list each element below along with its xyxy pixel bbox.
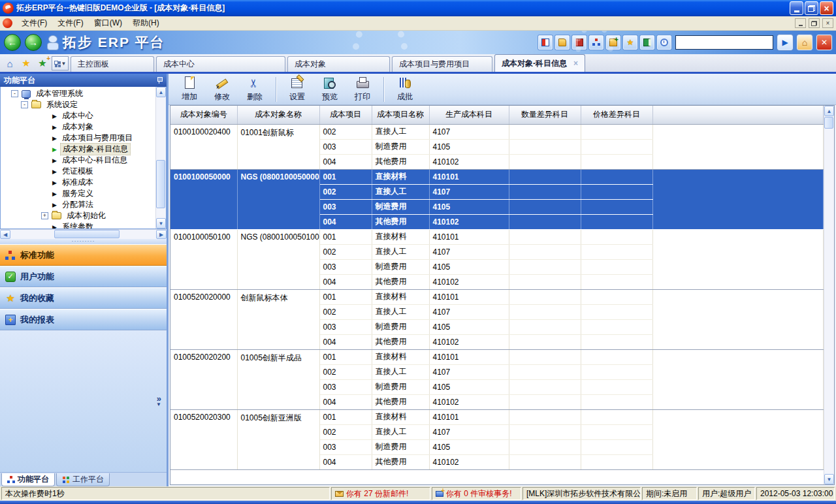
cell-qty-variance-account[interactable]: [509, 319, 581, 334]
cell-cost-object-code[interactable]: 0100100020400: [170, 124, 237, 169]
forward-button[interactable]: →: [25, 34, 42, 51]
restore-button[interactable]: [805, 1, 818, 15]
cell-cost-item-name[interactable]: 直接材料: [372, 349, 429, 364]
column-header-成本对象编号[interactable]: 成本对象编号: [170, 106, 237, 124]
cell-cost-item-name[interactable]: 直接人工: [372, 244, 429, 259]
cell-qty-variance-account[interactable]: [509, 289, 581, 304]
cell-cost-item-name[interactable]: 直接材料: [372, 409, 429, 424]
cell-cost-item-code[interactable]: 004: [319, 454, 372, 469]
scroll-thumb[interactable]: [54, 230, 120, 238]
favorites-icon[interactable]: ★: [623, 35, 637, 50]
cell-cost-item-name[interactable]: 直接人工: [372, 304, 429, 319]
cell-cost-item-code[interactable]: 001: [319, 349, 372, 364]
cell-price-variance-account[interactable]: [581, 394, 652, 409]
cell-cost-item-code[interactable]: 001: [319, 409, 372, 424]
cell-price-variance-account[interactable]: [581, 409, 652, 424]
cell-cost-item-code[interactable]: 003: [319, 379, 372, 394]
group-button-标准功能[interactable]: 标准功能: [0, 244, 167, 266]
search-input[interactable]: [675, 35, 773, 50]
column-header-成本对象名称[interactable]: 成本对象名称: [237, 106, 319, 124]
cell-production-account[interactable]: 4107: [429, 184, 509, 199]
home-icon[interactable]: ⌂: [3, 56, 17, 71]
删除-button[interactable]: 删除: [239, 75, 270, 104]
scroll-thumb[interactable]: [156, 160, 165, 208]
tree-horizontal-scrollbar[interactable]: ◀ ▶: [0, 229, 167, 239]
cell-price-variance-account[interactable]: [581, 229, 652, 244]
tree-item-凭证模板[interactable]: ▶凭证模板: [1, 166, 155, 177]
close-button[interactable]: ×: [820, 1, 833, 15]
cell-cost-item-name[interactable]: 直接材料: [372, 229, 429, 244]
cell-qty-variance-account[interactable]: [509, 229, 581, 244]
orgchart-icon[interactable]: [589, 35, 603, 50]
cell-cost-item-name[interactable]: 其他费用: [372, 454, 429, 469]
close-icon[interactable]: ×: [573, 59, 578, 68]
cell-cost-item-name[interactable]: 制造费用: [372, 259, 429, 274]
platform-tab-功能平台[interactable]: 功能平台: [1, 473, 55, 486]
cell-qty-variance-account[interactable]: [509, 394, 581, 409]
scroll-right-icon[interactable]: ▶: [156, 230, 167, 239]
cell-qty-variance-account[interactable]: [509, 154, 581, 169]
cell-cost-item-code[interactable]: 002: [319, 184, 372, 199]
tree-item-成本对象-科目信息[interactable]: ▶成本对象-科目信息: [1, 144, 155, 155]
cell-price-variance-account[interactable]: [581, 349, 652, 364]
cell-production-account[interactable]: 410102: [429, 454, 509, 469]
tab-成本对象[interactable]: 成本对象: [287, 56, 390, 72]
cell-qty-variance-account[interactable]: [509, 439, 581, 454]
cell-cost-object-code[interactable]: 0100100050000: [170, 169, 237, 229]
cell-cost-item-code[interactable]: 003: [319, 139, 372, 154]
cell-price-variance-account[interactable]: [581, 424, 652, 439]
cell-production-account[interactable]: 4107: [429, 124, 509, 139]
修改-button[interactable]: 修改: [206, 75, 238, 104]
go-button[interactable]: ▶: [777, 35, 793, 50]
mdi-minimize-button[interactable]: [795, 18, 806, 28]
cell-price-variance-account[interactable]: [581, 199, 652, 214]
scroll-down-icon[interactable]: ▼: [824, 474, 834, 484]
favorite-icon[interactable]: ★: [19, 56, 33, 71]
cell-cost-item-name[interactable]: 直接人工: [372, 124, 429, 139]
pin-icon[interactable]: [156, 76, 163, 84]
cell-production-account[interactable]: 4105: [429, 319, 509, 334]
cell-production-account[interactable]: 4105: [429, 199, 509, 214]
cell-price-variance-account[interactable]: [581, 289, 652, 304]
splitter-handle[interactable]: ·········: [0, 239, 167, 244]
cell-qty-variance-account[interactable]: [509, 184, 581, 199]
tree-item-成本管理系统[interactable]: -成本管理系统: [1, 88, 155, 99]
cell-cost-item-code[interactable]: 002: [319, 424, 372, 439]
add-favorite-icon[interactable]: ★: [35, 56, 50, 71]
cell-price-variance-account[interactable]: [581, 214, 652, 229]
tree-item-成本中心[interactable]: ▶成本中心: [1, 110, 155, 121]
tree-item-服务定义[interactable]: ▶服务定义: [1, 188, 155, 199]
增加-button[interactable]: 增加: [174, 75, 205, 104]
cell-qty-variance-account[interactable]: [509, 259, 581, 274]
cell-cost-item-name[interactable]: 其他费用: [372, 394, 429, 409]
cell-price-variance-account[interactable]: [581, 364, 652, 379]
cell-cost-item-code[interactable]: 004: [319, 394, 372, 409]
cell-price-variance-account[interactable]: [581, 154, 652, 169]
cell-cost-item-name[interactable]: 其他费用: [372, 334, 429, 349]
cell-cost-item-name[interactable]: 其他费用: [372, 154, 429, 169]
cell-qty-variance-account[interactable]: [509, 334, 581, 349]
cell-price-variance-account[interactable]: [581, 334, 652, 349]
tree-item-成本项目与费用项目[interactable]: ▶成本项目与费用项目: [1, 133, 155, 144]
collapse-icon[interactable]: -: [21, 101, 28, 108]
cell-cost-item-code[interactable]: 003: [319, 259, 372, 274]
tree-item-标准成本[interactable]: ▶标准成本: [1, 177, 155, 188]
cell-production-account[interactable]: 410102: [429, 214, 509, 229]
mdi-close-button[interactable]: ×: [822, 18, 833, 28]
minimize-button[interactable]: [790, 1, 803, 15]
cell-price-variance-account[interactable]: [581, 319, 652, 334]
cell-production-account[interactable]: 410102: [429, 274, 509, 289]
table-row[interactable]: 0100100050000NGS (0800100050000 )001直接材料…: [170, 169, 824, 184]
cell-production-account[interactable]: 4105: [429, 439, 509, 454]
cell-qty-variance-account[interactable]: [509, 274, 581, 289]
cell-cost-item-code[interactable]: 002: [319, 124, 372, 139]
tab-成本中心[interactable]: 成本中心: [156, 56, 285, 72]
cell-cost-object-name[interactable]: NGS (0800100050100 ): [237, 229, 319, 289]
column-header-成本项目名称[interactable]: 成本项目名称: [372, 106, 429, 124]
group-button-用户功能[interactable]: ✓用户功能: [0, 266, 167, 287]
scroll-up-icon[interactable]: ▲: [824, 106, 834, 116]
scroll-left-icon[interactable]: ◀: [0, 230, 10, 239]
menu-item-3[interactable]: 帮助(H): [127, 16, 165, 30]
tree-item-分配算法[interactable]: ▶分配算法: [1, 199, 155, 210]
contacts-icon[interactable]: [640, 35, 654, 50]
